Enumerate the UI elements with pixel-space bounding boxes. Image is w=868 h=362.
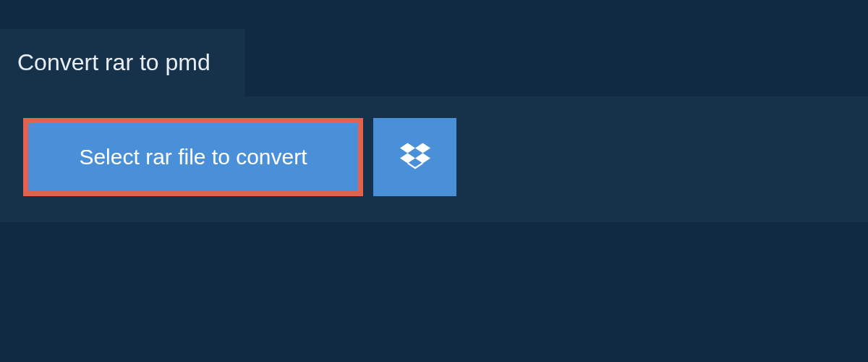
dropbox-button[interactable] (373, 118, 456, 196)
convert-panel: Select rar file to convert (0, 96, 868, 222)
tab-convert-rar-to-pmd[interactable]: Convert rar to pmd (0, 29, 245, 96)
select-file-label: Select rar file to convert (79, 145, 307, 169)
select-file-button[interactable]: Select rar file to convert (23, 118, 363, 196)
tab-title: Convert rar to pmd (17, 49, 210, 75)
file-select-row: Select rar file to convert (23, 118, 845, 196)
dropbox-icon (400, 140, 430, 174)
